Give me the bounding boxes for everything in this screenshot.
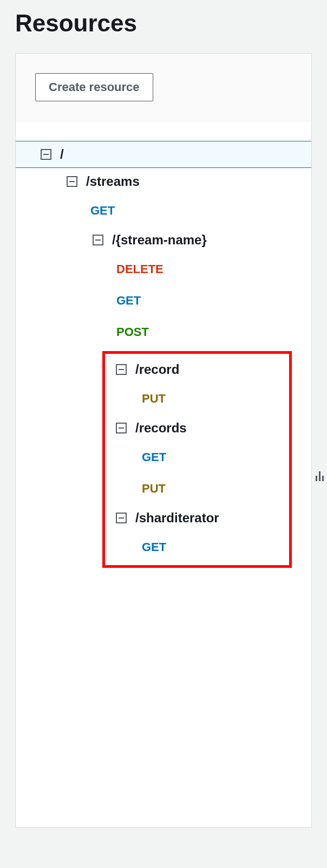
tree-node-stream-name[interactable]: /{stream-name} [16, 226, 311, 254]
collapse-icon[interactable] [67, 176, 77, 187]
create-resource-button[interactable]: Create resource [35, 73, 153, 101]
tree-method-get[interactable]: GET [105, 442, 289, 473]
method-label: PUT [142, 392, 166, 406]
collapse-icon[interactable] [116, 513, 127, 523]
method-label: POST [116, 325, 149, 339]
collapse-icon[interactable] [93, 235, 103, 245]
method-label: GET [116, 294, 141, 308]
tree-method-delete[interactable]: DELETE [16, 254, 311, 285]
page-title: Resources [0, 0, 327, 53]
tree-method-get[interactable]: GET [16, 195, 311, 226]
method-label: PUT [142, 482, 166, 496]
tree-node-streams[interactable]: /streams [16, 168, 311, 195]
tree-label: /{stream-name} [112, 232, 207, 248]
tree-method-put[interactable]: PUT [105, 473, 289, 504]
tree-label: /streams [86, 174, 140, 189]
resources-panel: Create resource / /streams GET /{stream-… [15, 53, 312, 828]
method-label: DELETE [116, 262, 164, 276]
resize-handle-icon[interactable] [316, 471, 324, 481]
tree-node-record[interactable]: /record [105, 356, 289, 383]
collapse-icon[interactable] [41, 149, 51, 160]
panel-header: Create resource [16, 54, 311, 121]
tree-label: /records [135, 420, 187, 436]
method-label: GET [142, 450, 166, 464]
collapse-icon[interactable] [116, 364, 127, 375]
highlight-annotation: /record PUT /records GET PUT /sharditera… [102, 351, 292, 568]
tree-label: / [60, 147, 64, 162]
tree-label: /sharditerator [135, 510, 219, 526]
resource-tree: / /streams GET /{stream-name} DELETE GET… [16, 121, 311, 568]
tree-method-put[interactable]: PUT [105, 383, 289, 414]
tree-label: /record [135, 362, 179, 377]
tree-method-post[interactable]: POST [16, 316, 311, 348]
tree-method-get[interactable]: GET [105, 532, 289, 563]
tree-method-get[interactable]: GET [16, 285, 311, 316]
tree-node-root[interactable]: / [16, 141, 311, 168]
tree-node-sharditerator[interactable]: /sharditerator [105, 504, 289, 532]
method-label: GET [142, 540, 166, 554]
tree-node-records[interactable]: /records [105, 414, 289, 442]
method-label: GET [90, 204, 115, 218]
collapse-icon[interactable] [116, 423, 127, 433]
